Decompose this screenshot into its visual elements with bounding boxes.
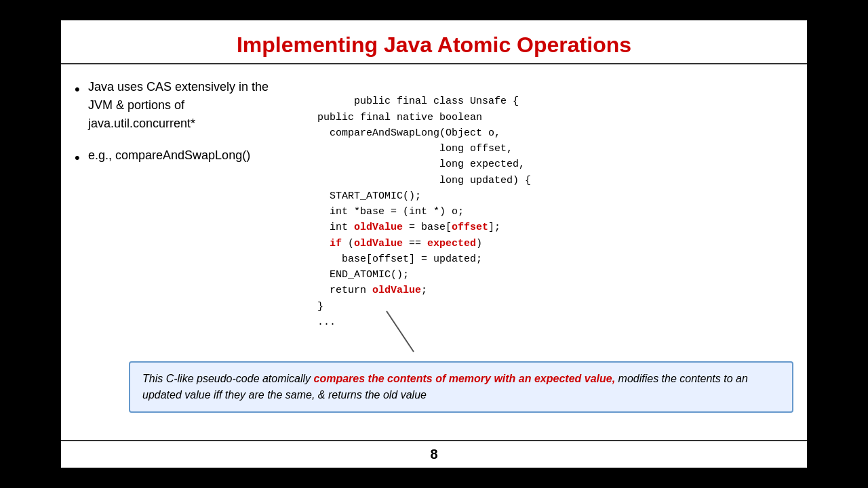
slide-title-bar: Implementing Java Atomic Operations [61, 20, 807, 64]
page-number: 8 [430, 447, 437, 462]
arrow-line [373, 311, 427, 359]
slide-content: Java uses CAS extensively in the JVM & p… [61, 64, 807, 440]
annotation-text-1: This C-like pseudo-code atomically [142, 373, 314, 384]
annotation-text-2: compares the contents of memory with an … [314, 373, 616, 384]
code-line-1: public final class Unsafe { public final… [305, 96, 531, 328]
right-panel: public final class Unsafe { public final… [305, 78, 787, 433]
slide-footer: 8 [61, 440, 807, 468]
svg-line-0 [387, 311, 414, 352]
bullet-item-1: Java uses CAS extensively in the JVM & p… [81, 78, 292, 133]
slide-title: Implementing Java Atomic Operations [75, 33, 793, 58]
bullet-item-2: e.g., compareAndSwapLong() [81, 146, 292, 165]
code-block: public final class Unsafe { public final… [305, 78, 787, 346]
slide: Implementing Java Atomic Operations Java… [61, 20, 807, 468]
annotation-box: This C-like pseudo-code atomically compa… [129, 361, 793, 413]
